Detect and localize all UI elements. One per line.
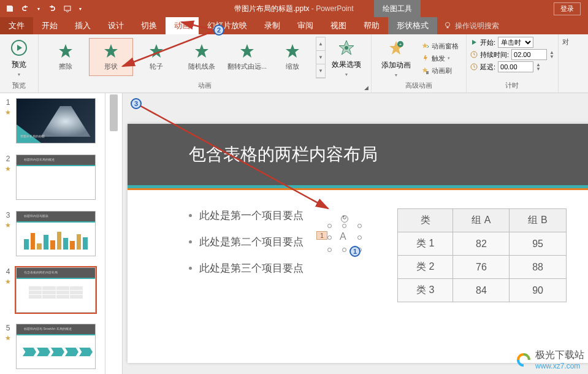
shape-text: A xyxy=(340,231,346,242)
delay-input[interactable] xyxy=(498,61,533,72)
play-icon xyxy=(470,39,478,46)
trigger-icon xyxy=(421,54,429,63)
group-advanced-animation: + 添加动画 ▼ 动画窗格 触发 ▾ 动画刷 高级动画 xyxy=(372,34,467,93)
tab-help[interactable]: 帮助 xyxy=(355,17,388,34)
rotate-handle[interactable] xyxy=(341,215,348,223)
group-animation: 擦除 形状 轮子 随机线条 翻转式由远... xyxy=(39,34,372,93)
ribbon-tabs: 文件 开始 插入 设计 切换 动画 幻灯片放映 录制 审阅 视图 帮助 形状格式… xyxy=(0,17,588,34)
thumb-5[interactable]: 5★ 标题和内容与 SmartArt 布局的概述 xyxy=(0,321,105,374)
group-preview: 预览 ▼ 预览 xyxy=(0,34,39,93)
tab-animations[interactable]: 动画 xyxy=(166,17,199,34)
marker-1: 1 xyxy=(349,246,361,257)
table-header: 类组 A组 B xyxy=(398,209,567,232)
gallery-more[interactable]: ▼ xyxy=(316,64,325,78)
undo-dropdown[interactable]: ▼ xyxy=(36,2,42,15)
effect-options-button[interactable]: 效果选项 ▼ xyxy=(326,37,367,78)
duration-input[interactable] xyxy=(511,49,547,60)
anim-wheel[interactable]: 轮子 xyxy=(134,38,178,76)
tab-insert[interactable]: 插入 xyxy=(66,17,99,34)
preview-button[interactable]: 预览 ▼ xyxy=(4,37,34,78)
title-bar: ▼ ▼ 带图片布局的标题.pptx - PowerPoint 绘图工具 登录 xyxy=(0,0,588,17)
animation-dialog-launcher[interactable]: ◢ xyxy=(362,84,370,91)
slide-title-bar: 包含表格的两栏内容布局 xyxy=(128,124,588,185)
add-animation-icon: + xyxy=(387,39,405,58)
animation-order-tag[interactable]: 1 xyxy=(316,231,327,240)
tab-review[interactable]: 审阅 xyxy=(289,17,322,34)
animation-gallery[interactable]: 擦除 形状 轮子 随机线条 翻转式由远... xyxy=(42,37,316,78)
anim-random-bars[interactable]: 随机线条 xyxy=(180,38,224,76)
table-row: 类 38490 xyxy=(398,279,567,302)
anim-zoom[interactable]: 缩放 xyxy=(270,38,315,76)
gallery-down[interactable]: ▼ xyxy=(316,51,325,64)
tab-home[interactable]: 开始 xyxy=(33,17,66,34)
gallery-scroll[interactable]: ▲ ▼ ▼ xyxy=(316,37,326,78)
add-animation-button[interactable]: + 添加动画 ▼ xyxy=(375,37,417,80)
slide-thumbnail-panel: 1★ 带图片布局的标题 2★ 标题和内容布局的概述 3★ 标题和内容与图表 4★… xyxy=(0,93,105,374)
group-timing: 开始: 单击时 持续时间: ▲▼ 延迟: ▲▼ 计时 xyxy=(467,34,559,93)
effect-options-icon xyxy=(337,39,356,57)
delay-icon xyxy=(470,63,478,71)
context-tab-label: 绘图工具 xyxy=(374,0,421,17)
painter-icon xyxy=(421,66,429,75)
group-reorder: 对 xyxy=(559,34,573,93)
content-table[interactable]: 类组 A组 B 类 18295 类 27688 类 38490 xyxy=(397,208,567,302)
duration-icon xyxy=(470,51,478,58)
watermark: 极光下载站 www.xz7.com xyxy=(516,349,584,370)
save-button[interactable] xyxy=(4,2,16,15)
gallery-up[interactable]: ▲ xyxy=(316,37,325,51)
tab-record[interactable]: 录制 xyxy=(256,17,289,34)
svg-point-3 xyxy=(345,46,348,50)
window-title: 带图片布局的标题.pptx - PowerPoint xyxy=(234,4,353,14)
bullet-3: 此处是第三个项目要点 xyxy=(189,261,373,275)
table-row: 类 27688 xyxy=(398,256,567,279)
marker-3: 3 xyxy=(131,98,142,109)
anim-shape[interactable]: 形状 xyxy=(89,38,133,76)
preview-icon xyxy=(10,39,28,57)
tab-shape-format[interactable]: 形状格式 xyxy=(388,17,437,34)
tab-file[interactable]: 文件 xyxy=(0,17,33,34)
marker-2: 2 xyxy=(213,25,224,36)
anim-flip[interactable]: 翻转式由远... xyxy=(225,38,269,76)
tab-slideshow[interactable]: 幻灯片放映 xyxy=(199,17,256,34)
tab-design[interactable]: 设计 xyxy=(99,17,132,34)
login-button[interactable]: 登录 xyxy=(554,2,581,15)
svg-rect-0 xyxy=(64,6,71,10)
quick-access-toolbar: ▼ ▼ xyxy=(0,2,87,15)
redo-button[interactable] xyxy=(45,2,58,15)
slide-canvas: 包含表格的两栏内容布局 此处是第一个项目要点 此处是第二个项目要点 此处是第三个… xyxy=(128,124,588,363)
animation-painter-button[interactable]: 动画刷 xyxy=(421,66,459,76)
bulb-icon xyxy=(443,21,452,30)
qat-customize[interactable]: ▼ xyxy=(77,2,83,15)
bullet-list[interactable]: 此处是第一个项目要点 此处是第二个项目要点 此处是第三个项目要点 xyxy=(189,208,373,302)
main-area: 1★ 带图片布局的标题 2★ 标题和内容布局的概述 3★ 标题和内容与图表 4★… xyxy=(0,93,588,374)
start-slideshow-button[interactable] xyxy=(61,2,74,15)
thumb-1[interactable]: 1★ 带图片布局的标题 xyxy=(0,96,105,152)
tab-transitions[interactable]: 切换 xyxy=(132,17,166,34)
watermark-logo xyxy=(516,352,532,368)
trigger-button[interactable]: 触发 ▾ xyxy=(421,53,459,64)
vertical-scrollbar-area[interactable] xyxy=(105,93,123,374)
anim-wipe[interactable]: 擦除 xyxy=(44,38,88,76)
tab-view[interactable]: 视图 xyxy=(322,17,355,34)
svg-rect-6 xyxy=(426,71,429,74)
thumb-3[interactable]: 3★ 标题和内容与图表 xyxy=(0,208,105,265)
thumb-2[interactable]: 2★ 标题和内容布局的概述 xyxy=(0,152,105,208)
start-select[interactable]: 单击时 xyxy=(498,37,533,48)
slide-editor[interactable]: 包含表格的两栏内容布局 此处是第一个项目要点 此处是第二个项目要点 此处是第三个… xyxy=(123,93,588,374)
reorder-button[interactable]: 对 xyxy=(562,37,569,47)
thumb-4[interactable]: 4★ 包含表格的两栏内容布局 xyxy=(0,265,105,321)
svg-point-1 xyxy=(446,23,450,27)
animation-pane-button[interactable]: 动画窗格 xyxy=(421,41,459,52)
ribbon: 预览 ▼ 预览 擦除 形状 轮子 xyxy=(0,34,588,93)
tell-me-search[interactable]: 操作说明搜索 xyxy=(443,17,499,34)
slide-title-text[interactable]: 包含表格的两栏内容布局 xyxy=(189,143,378,166)
svg-text:+: + xyxy=(399,42,402,47)
anim-pane-icon xyxy=(421,42,429,50)
table-row: 类 18295 xyxy=(398,232,567,256)
accent-bar xyxy=(128,185,588,190)
undo-button[interactable] xyxy=(20,2,32,15)
